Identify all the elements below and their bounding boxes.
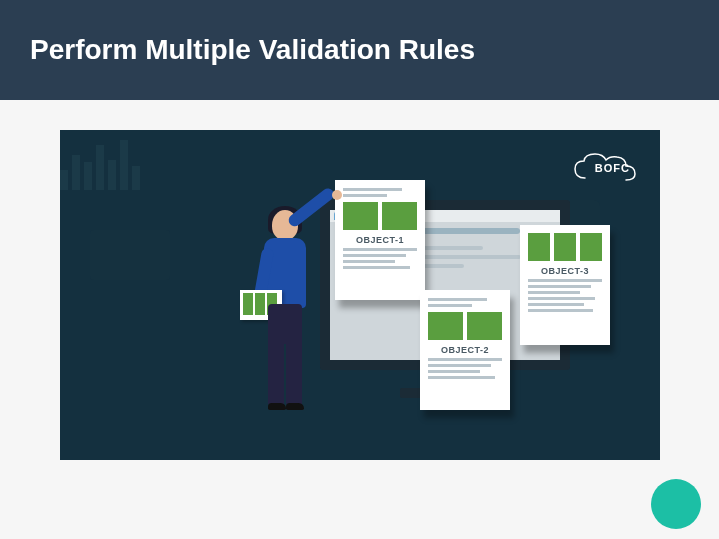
- bg-shape: [90, 230, 170, 280]
- hero-illustration: BOFC OBJECT-1 OBJECT-2: [60, 130, 660, 460]
- document-label: OBJECT-3: [528, 266, 602, 276]
- document-label: OBJECT-1: [343, 235, 417, 245]
- slide-header: Perform Multiple Validation Rules: [0, 0, 719, 100]
- bofc-logo-text: BOFC: [595, 162, 630, 174]
- person-illustration: [230, 210, 340, 420]
- floating-action-button[interactable]: [651, 479, 701, 529]
- document-card-3: OBJECT-3: [520, 225, 610, 345]
- document-card-2: OBJECT-2: [420, 290, 510, 410]
- bg-bar-chart-icon: [60, 130, 150, 190]
- document-label: OBJECT-2: [428, 345, 502, 355]
- slide-content: BOFC OBJECT-1 OBJECT-2: [0, 100, 719, 539]
- page-title: Perform Multiple Validation Rules: [30, 34, 475, 66]
- document-card-1: OBJECT-1: [335, 180, 425, 300]
